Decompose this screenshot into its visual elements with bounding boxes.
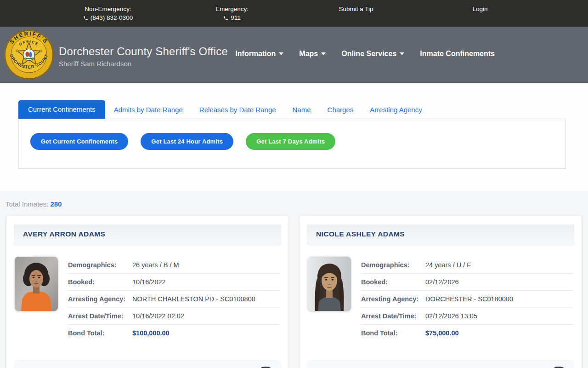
inmate-details: Demographics: 24 years / U / F Booked: 0… bbox=[361, 257, 573, 341]
detail-row-demographics: Demographics: 24 years / U / F bbox=[361, 257, 573, 274]
tab-releases-by-date-range[interactable]: Releases by Date Range bbox=[192, 101, 284, 119]
nav-information[interactable]: Information bbox=[235, 50, 283, 58]
main-nav: Information Maps Online Services Inmate … bbox=[235, 50, 495, 58]
mugshot-photo bbox=[15, 257, 58, 311]
detail-row-booked: Booked: 02/12/2026 bbox=[361, 274, 573, 291]
detail-row-arrest-datetime: Arrest Date/Time: 10/16/2022 02:02 bbox=[68, 308, 280, 325]
detail-row-arrest-datetime: Arrest Date/Time: 02/12/2026 13:05 bbox=[361, 308, 573, 325]
emergency-phone-link[interactable]: 911 bbox=[231, 14, 241, 22]
inmate-card: NICOLE ASHLEY ADAMS bbox=[300, 216, 582, 368]
charges-accordion-header[interactable]: Charges 1 bbox=[307, 360, 574, 368]
detail-row-bond-total: Bond Total: $100,000.00 bbox=[68, 325, 280, 341]
inmate-card-header: AVERY ARRON ADAMS bbox=[14, 224, 281, 244]
get-last-7-days-admits-button[interactable]: Get Last 7 Days Admits bbox=[246, 133, 335, 150]
inmate-name: AVERY ARRON ADAMS bbox=[23, 230, 272, 238]
emergency-contact: Emergency: 911 bbox=[170, 6, 294, 27]
search-tabs: Current Confinements Admits by Date Rang… bbox=[18, 100, 566, 119]
site-header: SHERIFF'S OFFICE DORCHESTER COUNTY Dorch… bbox=[0, 27, 588, 83]
inmate-card: AVERY ARRON ADAMS bbox=[6, 216, 288, 368]
get-current-confinements-button[interactable]: Get Current Confinements bbox=[30, 133, 128, 150]
submit-tip-link[interactable]: Submit a Tip bbox=[339, 6, 373, 12]
nav-inmate-confinements[interactable]: Inmate Confinements bbox=[420, 50, 495, 58]
tab-current-confinements[interactable]: Current Confinements bbox=[18, 100, 105, 119]
phone-icon bbox=[223, 16, 228, 21]
sheriff-badge-logo[interactable]: SHERIFF'S OFFICE DORCHESTER COUNTY bbox=[4, 29, 54, 81]
utility-bar: Non-Emergency: (843) 832-0300 Emergency:… bbox=[0, 0, 588, 27]
detail-row-arresting-agency: Arresting Agency: NORTH CHARLESTON PD - … bbox=[68, 291, 280, 308]
non-emergency-phone-link[interactable]: (843) 832-0300 bbox=[90, 14, 133, 22]
total-inmates-count: 280 bbox=[50, 200, 62, 208]
total-inmates: Total Inmates:280 bbox=[6, 200, 582, 208]
results-section: Total Inmates:280 AVERY ARRON ADAMS bbox=[0, 191, 588, 368]
tab-admits-by-date-range[interactable]: Admits by Date Range bbox=[106, 101, 191, 119]
tab-charges[interactable]: Charges bbox=[320, 101, 362, 119]
caret-down-icon bbox=[400, 52, 404, 55]
tab-name[interactable]: Name bbox=[285, 101, 319, 119]
site-subtitle: Sheriff Sam Richardson bbox=[59, 60, 228, 68]
inmate-details: Demographics: 26 years / B / M Booked: 1… bbox=[68, 257, 280, 341]
inmate-name: NICOLE ASHLEY ADAMS bbox=[316, 230, 565, 238]
login-link[interactable]: Login bbox=[472, 6, 487, 12]
tab-panel: Get Current Confinements Get Last 24 Hou… bbox=[18, 119, 566, 169]
tab-arresting-agency[interactable]: Arresting Agency bbox=[362, 101, 430, 119]
caret-down-icon bbox=[279, 52, 283, 55]
detail-row-arresting-agency: Arresting Agency: DORCHESTER - SC0180000 bbox=[361, 291, 573, 308]
phone-icon bbox=[83, 16, 88, 21]
get-last-24-hour-admits-button[interactable]: Get Last 24 Hour Admits bbox=[141, 133, 233, 150]
bond-total-value: $100,000.00 bbox=[132, 328, 170, 338]
emergency-label: Emergency: bbox=[170, 6, 294, 13]
nav-online-services[interactable]: Online Services bbox=[341, 50, 404, 58]
charges-accordion-header[interactable]: Charges 4 bbox=[14, 360, 281, 368]
mugshot-photo bbox=[308, 257, 351, 311]
nav-maps[interactable]: Maps bbox=[299, 50, 326, 58]
bond-total-value: $75,000.00 bbox=[425, 328, 459, 338]
inmate-card-header: NICOLE ASHLEY ADAMS bbox=[307, 224, 574, 244]
caret-down-icon bbox=[321, 52, 326, 55]
detail-row-booked: Booked: 10/16/2022 bbox=[68, 274, 280, 291]
non-emergency-label: Non-Emergency: bbox=[46, 6, 170, 13]
detail-row-bond-total: Bond Total: $75,000.00 bbox=[361, 325, 573, 341]
non-emergency-contact: Non-Emergency: (843) 832-0300 bbox=[46, 6, 170, 27]
detail-row-demographics: Demographics: 26 years / B / M bbox=[68, 257, 280, 274]
site-title[interactable]: Dorchester County Sheriff's Office bbox=[59, 45, 228, 58]
